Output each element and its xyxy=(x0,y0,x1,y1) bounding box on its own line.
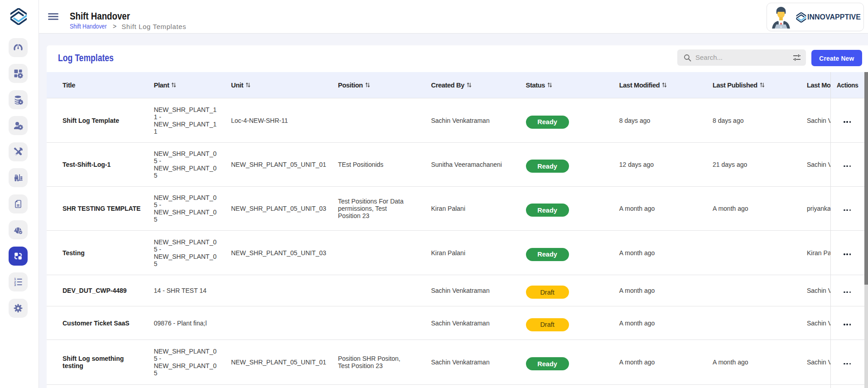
svg-text:3: 3 xyxy=(14,283,16,286)
